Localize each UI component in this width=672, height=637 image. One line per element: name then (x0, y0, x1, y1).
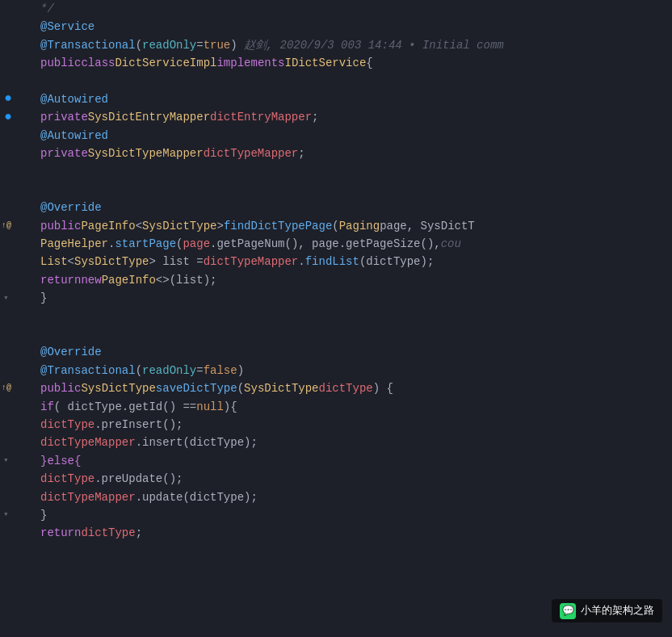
token: ( dictType.getId() == (54, 398, 196, 416)
token: public (40, 379, 81, 397)
code-line (40, 543, 672, 560)
token: @Override (40, 199, 102, 216)
code-line: @Autowired (40, 90, 672, 108)
token: . (108, 235, 115, 253)
git-icon: ● (2, 94, 14, 105)
arrow-icon: ↑@ (2, 220, 11, 233)
token: .preUpdate(); (94, 470, 183, 488)
code-line: List<SysDictType> list = dictTypeMapper.… (40, 253, 672, 270)
token: findList (305, 253, 359, 270)
watermark-icon: 💬 (560, 603, 576, 619)
watermark: 💬 小羊的架构之路 (552, 599, 662, 622)
token: SysDictType (81, 379, 155, 397)
code-line: private SysDictTypeMapper dictTypeMapper… (40, 145, 672, 162)
gutter-line (0, 199, 34, 216)
code-line: public class DictServiceImpl implements … (40, 54, 672, 72)
code-line (40, 163, 672, 181)
gutter-line (0, 145, 34, 162)
gutter-line: ↑@ (0, 217, 34, 235)
token: <>(list); (156, 271, 217, 289)
token: public (40, 217, 81, 235)
code-line: @Override (40, 343, 672, 361)
token: .preInsert(); (94, 416, 183, 434)
token: ( (136, 362, 142, 379)
token: < (68, 253, 74, 270)
code-line: */ (40, 0, 672, 18)
token: SysDictType (74, 253, 149, 270)
gutter-line (0, 434, 34, 451)
token: dictTypeMapper (204, 253, 299, 270)
gutter-line (0, 163, 34, 181)
token: { (366, 54, 372, 72)
gutter-line (0, 36, 34, 54)
token: ( (176, 235, 183, 253)
token: } (40, 289, 47, 307)
gutter-line (0, 398, 34, 416)
fold-icon[interactable]: ▾ (3, 291, 9, 306)
code-line (40, 308, 672, 325)
token: }else{ (40, 452, 81, 470)
token: .getPageNum(), page.getPageSize(), (210, 235, 441, 253)
token: .update(dictType); (136, 488, 258, 506)
token: > (216, 217, 223, 235)
code-line: @Transactional(readOnly = true)赵剑, 2020/… (40, 36, 672, 54)
token: SysDictEntryMapper (88, 108, 210, 126)
gutter-line (0, 271, 34, 289)
token: < (136, 217, 142, 235)
gutter-line: ● (0, 108, 34, 126)
code-line: }else{ (40, 452, 672, 470)
token: dictTypeMapper (40, 434, 136, 451)
token: cou (441, 235, 461, 253)
token: = (196, 362, 203, 379)
token: ; (298, 145, 304, 162)
token: @Service (40, 18, 94, 36)
token: List (40, 253, 68, 270)
code-line: dictTypeMapper.insert(dictType); (40, 434, 672, 451)
code-line: @Autowired (40, 127, 672, 145)
token: ) (230, 36, 237, 54)
arrow-icon: ↑@ (2, 382, 11, 395)
token: public (40, 54, 81, 72)
token: private (40, 108, 88, 126)
fold-icon[interactable]: ▾ (3, 454, 9, 468)
token: saveDictType (156, 379, 237, 397)
gutter-line (0, 0, 34, 18)
gutter-line (0, 543, 34, 560)
gutter-line (0, 325, 34, 343)
gutter-line: ↑@ (0, 379, 34, 397)
token: dictTypeMapper (40, 488, 136, 506)
token: = (196, 36, 203, 54)
token: findDictTypePage (224, 217, 332, 235)
gutter-line (0, 524, 34, 542)
fold-icon[interactable]: ▾ (3, 508, 9, 522)
token: readOnly (142, 36, 196, 54)
token: return (40, 524, 81, 542)
code-line: return new PageInfo<>(list); (40, 271, 672, 289)
code-editor: ●●↑@▾↑@▾▾ */@Service@Transactional(readO… (0, 0, 672, 637)
token: class (81, 54, 115, 72)
token: SysDictTypeMapper (88, 145, 204, 162)
gutter-line (0, 235, 34, 253)
gutter-line (0, 253, 34, 270)
token: page, SysDictT (380, 217, 475, 235)
code-line (40, 325, 672, 343)
token: dictType (81, 524, 135, 542)
gutter-line (0, 54, 34, 72)
code-line: @Override (40, 199, 672, 216)
editor-gutter: ●●↑@▾↑@▾▾ (0, 0, 34, 637)
token: ) (237, 362, 244, 379)
token: PageHelper (40, 235, 108, 253)
token: ( (332, 217, 338, 235)
gutter-line: ▾ (0, 289, 34, 307)
code-line: @Transactional(readOnly = false) (40, 362, 672, 379)
token: dictEntryMapper (210, 108, 312, 126)
token: true (204, 36, 231, 54)
gutter-line (0, 73, 34, 90)
token: (dictType); (359, 253, 434, 270)
code-line: public PageInfo<SysDictType> findDictTyp… (40, 217, 672, 235)
gutter-line (0, 470, 34, 488)
git-decoration: 赵剑, 2020/9/3 003 14:44 • Initial comm (244, 36, 504, 54)
token: PageInfo (102, 271, 156, 289)
gutter-line (0, 18, 34, 36)
token: return (40, 271, 81, 289)
